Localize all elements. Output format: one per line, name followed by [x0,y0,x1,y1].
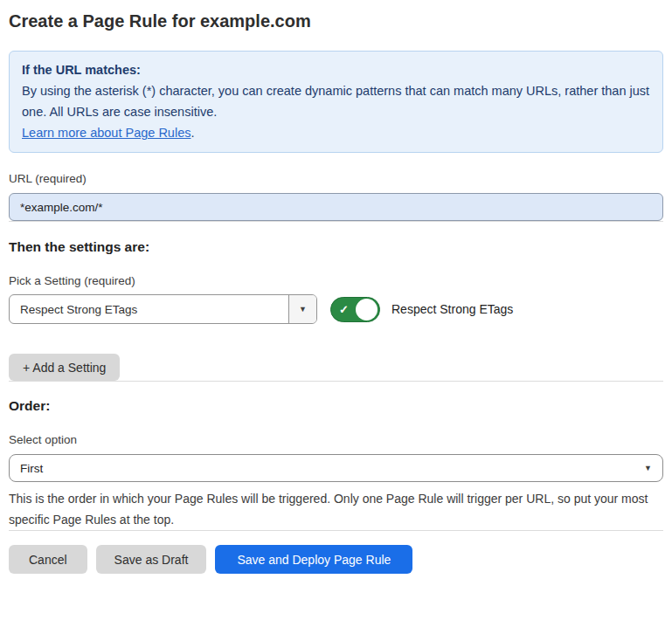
setting-dropdown[interactable]: Respect Strong ETags ▼ [9,294,317,324]
chevron-down-icon: ▼ [299,306,307,314]
link-period: . [191,126,194,140]
section-divider [9,221,663,222]
order-select-value: First [20,462,644,475]
info-box-heading: If the URL matches: [22,59,650,80]
page-title: Create a Page Rule for example.com [9,10,663,32]
url-input[interactable] [9,193,663,221]
order-help-text: This is the order in which your Page Rul… [9,488,663,530]
page-rule-form: Create a Page Rule for example.com If th… [0,10,672,574]
footer-divider [9,530,663,531]
chevron-down-icon: ▼ [644,465,652,472]
info-box-link-line: Learn more about Page Rules. [22,122,650,143]
save-and-deploy-button[interactable]: Save and Deploy Page Rule [215,545,412,574]
etags-toggle-label: Respect Strong ETags [391,302,513,316]
url-label: URL (required) [9,172,663,186]
section-divider [9,381,663,382]
save-as-draft-button[interactable]: Save as Draft [96,545,207,574]
footer-actions: Cancel Save as Draft Save and Deploy Pag… [9,545,663,574]
setting-dropdown-arrow-button[interactable]: ▼ [288,295,316,323]
learn-more-link[interactable]: Learn more about Page Rules [22,126,191,140]
pick-setting-label: Pick a Setting (required) [9,274,663,288]
order-select[interactable]: First ▼ [9,454,663,482]
info-box-body: By using the asterisk (*) character, you… [22,80,650,122]
url-match-info-box: If the URL matches: By using the asteris… [9,51,663,153]
order-heading: Order: [9,398,663,414]
etags-toggle[interactable]: ✓ [330,297,380,322]
check-icon: ✓ [339,304,349,315]
setting-dropdown-value: Respect Strong ETags [10,295,288,323]
add-setting-button[interactable]: + Add a Setting [9,354,120,381]
settings-heading: Then the settings are: [9,239,663,255]
cancel-button[interactable]: Cancel [9,545,87,574]
setting-row: Respect Strong ETags ▼ ✓ Respect Strong … [9,294,663,324]
toggle-knob [356,299,378,320]
order-select-label: Select option [9,433,663,447]
